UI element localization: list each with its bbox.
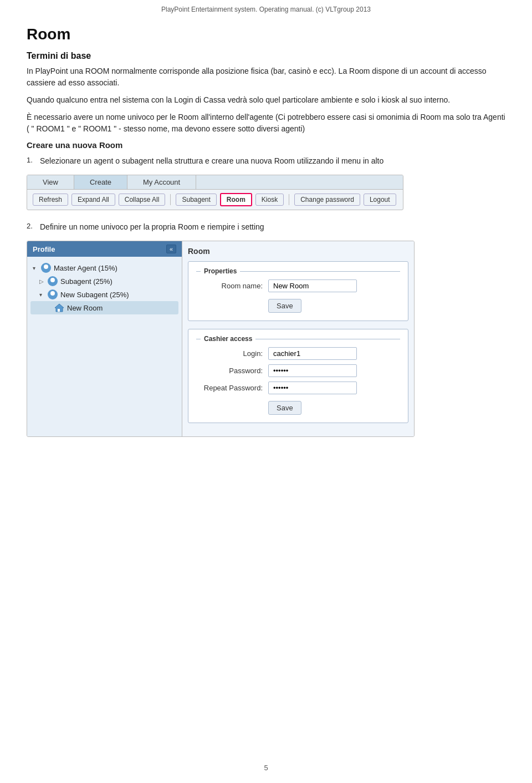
tree-list: ▾ Master Agent (15%) ▷ Subagent (25%) ▾: [27, 257, 182, 319]
step1: 1. Selezionare un agent o subagent nella…: [27, 155, 505, 167]
person-icon-subagent: [48, 276, 58, 286]
login-row: Login:: [196, 347, 400, 360]
tree-label-newroom: New Room: [67, 304, 103, 312]
tree-arrow-subagent: ▷: [39, 278, 46, 284]
tree-item-newroom[interactable]: New Room: [30, 301, 178, 314]
person-icon-master: [41, 263, 51, 273]
repeat-password-label: Repeat Password:: [196, 384, 263, 392]
cashier-legend: Cashier access: [196, 335, 400, 343]
tree-label-newsubagent: New Subagent (25%): [60, 291, 129, 299]
tree-item-newsubagent[interactable]: ▾ New Subagent (25%): [30, 288, 178, 301]
cashier-fieldset: Cashier access Login: Password: Repeat P…: [188, 329, 408, 423]
person-icon-newsubagent: [48, 289, 58, 299]
svg-rect-1: [58, 309, 60, 312]
termini-para2: Quando qualcuno entra nel sistema con la…: [27, 94, 505, 106]
separator2: [289, 194, 289, 205]
separator1: [170, 194, 171, 205]
password-row: Password:: [196, 364, 400, 377]
step1-text: Selezionare un agent o subagent nella st…: [40, 155, 383, 167]
tree-arrow-newsubagent: ▾: [39, 292, 46, 298]
collapse-all-btn[interactable]: Collapse All: [119, 194, 166, 206]
step2-text: Definire un nome univoco per la propria …: [40, 221, 264, 233]
termini-para3: È necessario avere un nome univoco per l…: [27, 111, 505, 135]
tree-arrow-newroom: [46, 305, 53, 311]
page-title: Room: [27, 26, 505, 43]
page-footer: 5: [0, 764, 532, 772]
page-number: 5: [264, 764, 268, 772]
kiosk-btn[interactable]: Kiosk: [255, 194, 284, 206]
menu-bar-top: View Create My Account: [27, 175, 403, 190]
main-content: Room Termini di base In PlayPoint una RO…: [0, 16, 532, 476]
header-text: PlayPoint Entertainment system. Operatin…: [161, 6, 371, 13]
password-label: Password:: [196, 367, 263, 375]
refresh-btn[interactable]: Refresh: [33, 194, 68, 206]
room-panel-title: Room: [188, 247, 408, 256]
tree-item-subagent[interactable]: ▷ Subagent (25%): [30, 274, 178, 288]
properties-save-btn[interactable]: Save: [268, 299, 301, 313]
house-icon-newroom: [54, 303, 64, 313]
termini-title: Termini di base: [27, 51, 505, 61]
profile-header: Profile «: [27, 241, 182, 257]
menu-actions: Refresh Expand All Collapse All Subagent…: [27, 190, 403, 210]
step2-number: 2.: [27, 222, 37, 230]
tree-label-master: Master Agent (15%): [54, 264, 117, 272]
login-label: Login:: [196, 349, 263, 358]
subagent-btn[interactable]: Subagent: [176, 194, 216, 206]
room-name-input[interactable]: [268, 279, 357, 292]
menu-tab-myaccount[interactable]: My Account: [127, 175, 196, 189]
menu-tab-view[interactable]: View: [27, 175, 74, 189]
menu-tab-create[interactable]: Create: [74, 175, 127, 189]
creare-section: Creare una nuova Room 1. Selezionare un …: [27, 140, 505, 437]
repeat-password-input[interactable]: [268, 382, 357, 394]
room-name-label: Room name:: [196, 282, 263, 290]
menu-screenshot: View Create My Account Refresh Expand Al…: [27, 175, 403, 210]
profile-panel: Profile « ▾ Master Agent (15%) ▷ Subagen…: [27, 241, 182, 436]
properties-legend: Properties: [196, 267, 400, 275]
change-password-btn[interactable]: Change password: [294, 194, 360, 206]
profile-title: Profile: [33, 245, 55, 253]
logout-btn[interactable]: Logout: [364, 194, 396, 206]
tree-item-master[interactable]: ▾ Master Agent (15%): [30, 261, 178, 274]
cashier-save-btn[interactable]: Save: [268, 401, 301, 415]
ui-mockup: Profile « ▾ Master Agent (15%) ▷ Subagen…: [27, 241, 415, 437]
step2: 2. Definire un nome univoco per la propr…: [27, 221, 505, 233]
expand-all-btn[interactable]: Expand All: [71, 194, 115, 206]
collapse-btn[interactable]: «: [166, 245, 176, 253]
tree-arrow-master: ▾: [33, 265, 39, 271]
password-input[interactable]: [268, 364, 357, 377]
properties-fieldset: Properties Room name: Save: [188, 261, 408, 321]
tree-label-subagent: Subagent (25%): [60, 277, 112, 286]
login-input[interactable]: [268, 347, 357, 360]
repeat-password-row: Repeat Password:: [196, 382, 400, 394]
room-panel: Room Properties Room name: Save Cashier …: [182, 241, 414, 436]
room-name-row: Room name:: [196, 279, 400, 292]
step1-number: 1.: [27, 156, 37, 164]
page-header: PlayPoint Entertainment system. Operatin…: [0, 0, 532, 16]
creare-title: Creare una nuova Room: [27, 140, 505, 150]
termini-para1: In PlayPoint una ROOM normalmente corris…: [27, 65, 505, 89]
room-btn[interactable]: Room: [220, 193, 252, 206]
